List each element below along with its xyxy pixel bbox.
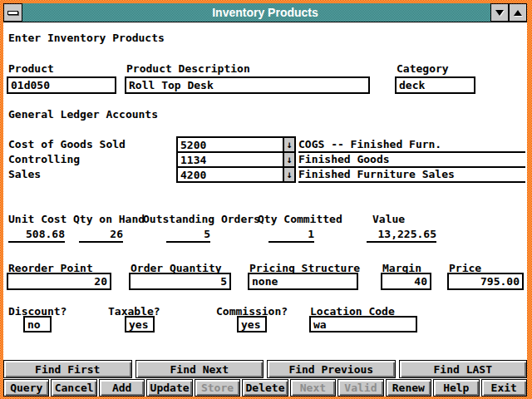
query-button[interactable]: Query [3,379,49,397]
sales-account-value[interactable]: 4200 [178,169,283,181]
category-input[interactable]: deck [395,76,475,94]
controlling-account-input[interactable]: 1134 ↓ [176,151,296,168]
minimize-icon [495,10,504,16]
cogs-account-input[interactable]: 5200 ↓ [176,136,296,153]
combo-down-arrow-icon[interactable]: ↓ [283,153,294,166]
system-menu-icon [7,11,18,15]
sales-description-field: Finished Furniture Sales [298,166,525,183]
renew-button[interactable]: Renew [386,379,431,397]
discount-input[interactable]: no [23,316,52,332]
qty-on-hand-field: 26 [79,228,123,243]
window-title: Inventory Products [3,3,527,22]
maximize-button[interactable] [509,3,527,22]
sales-label: Sales [8,169,41,180]
next-button: Next [290,379,336,397]
form-area: Enter Inventory Products Product Product… [3,22,527,397]
cogs-label: Cost of Goods Sold [8,139,126,150]
find-next-button[interactable]: Find Next [135,360,264,378]
gl-section-heading: General Ledger Accounts [8,109,158,121]
sales-account-input[interactable]: 4200 ↓ [176,166,296,183]
cogs-account-value[interactable]: 5200 [178,139,283,151]
product-input[interactable]: 01d050 [7,76,116,94]
order-quantity-input[interactable]: 5 [129,273,231,290]
controlling-account-value[interactable]: 1134 [178,154,283,166]
controlling-description-field: Finished Goods [298,151,525,168]
commission-input[interactable]: yes [237,316,267,332]
system-menu-button[interactable] [3,3,22,22]
combo-down-arrow-icon[interactable]: ↓ [283,138,294,151]
page-title: Enter Inventory Products [8,32,165,44]
controlling-label: Controlling [8,154,80,165]
cancel-button[interactable]: Cancel [51,379,96,397]
find-previous-button[interactable]: Find Previous [267,360,396,378]
qty-committed-label: Qty Committed [258,214,342,224]
pricing-structure-input[interactable]: none [248,273,358,290]
category-label: Category [397,63,449,74]
cogs-description-field: COGS -- Finished Furn. [298,136,525,153]
store-button: Store [195,379,240,397]
delete-button[interactable]: Delete [242,379,288,397]
product-label: Product [8,63,54,74]
valid-button: Valid [337,379,383,397]
unit-cost-label: Unit Cost [8,214,66,224]
product-description-label: Product Description [126,63,250,74]
exit-button[interactable]: Exit [481,379,527,397]
margin-input[interactable]: 40 [381,273,431,290]
maximize-icon [514,10,522,16]
price-input[interactable]: 795.00 [447,273,524,290]
value-field: 13,225.65 [367,228,436,243]
title-bar[interactable]: Inventory Products [3,3,527,22]
taxable-input[interactable]: yes [125,316,155,332]
reorder-point-input[interactable]: 20 [7,273,111,290]
find-button-row: Find First Find Next Find Previous Find … [3,360,527,378]
qty-committed-field: 1 [268,228,314,243]
qty-on-hand-label: Qty on Hand [73,214,145,224]
action-button-row: Query Cancel Add Update Store Delete Nex… [3,379,527,397]
unit-cost-field: 508.68 [8,228,65,243]
help-button[interactable]: Help [433,379,479,397]
minimize-button[interactable] [490,3,509,22]
find-first-button[interactable]: Find First [3,360,132,378]
find-last-button[interactable]: Find LAST [399,360,528,378]
outstanding-orders-field: 5 [166,228,210,243]
add-button[interactable]: Add [99,379,145,397]
value-label: Value [372,214,405,224]
location-code-input[interactable]: wa [309,316,417,332]
product-description-input[interactable]: Roll Top Desk [125,76,370,94]
combo-down-arrow-icon[interactable]: ↓ [283,168,294,181]
outstanding-orders-label: Outstanding Orders [143,214,260,224]
inventory-products-window: Inventory Products Enter Inventory Produ… [3,3,527,397]
update-button[interactable]: Update [146,379,192,397]
